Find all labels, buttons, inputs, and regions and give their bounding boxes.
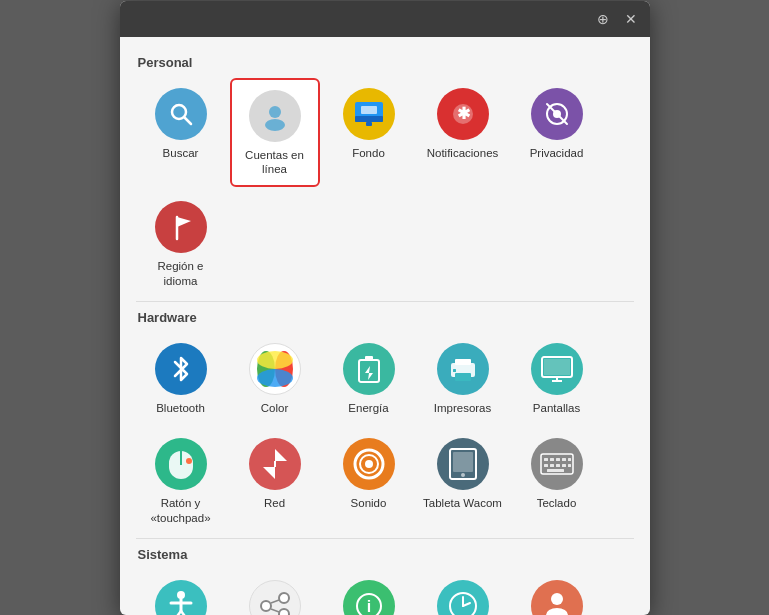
svg-line-70	[463, 603, 470, 606]
section-grid-sistema: Acceso universalCompartiriDetallesFecha …	[136, 570, 634, 614]
svg-marker-36	[263, 467, 275, 479]
grid-item-tableta[interactable]: Tableta Wacom	[418, 428, 508, 534]
detalles-icon: i	[343, 580, 395, 614]
svg-line-65	[271, 609, 279, 612]
svg-rect-25	[455, 373, 471, 381]
grid-item-sonido[interactable]: Sonido	[324, 428, 414, 534]
grid-item-compartir[interactable]: Compartir	[230, 570, 320, 614]
svg-point-40	[365, 460, 373, 468]
svg-rect-21	[365, 356, 373, 361]
grid-item-label-color: Color	[261, 401, 288, 416]
target-button[interactable]: ⊕	[592, 8, 614, 30]
svg-rect-26	[453, 369, 456, 372]
notif-icon: ✱	[437, 88, 489, 140]
grid-item-detalles[interactable]: iDetalles	[324, 570, 414, 614]
red-icon	[249, 438, 301, 490]
grid-item-raton[interactable]: Ratón y «touchpad»	[136, 428, 226, 534]
section-divider-sistema	[136, 538, 634, 539]
search-icon	[155, 88, 207, 140]
grid-item-pantallas[interactable]: Pantallas	[512, 333, 602, 424]
svg-rect-51	[550, 464, 554, 467]
svg-point-63	[279, 609, 289, 614]
svg-marker-22	[365, 366, 373, 380]
svg-rect-50	[544, 464, 548, 467]
grid-item-label-raton: Ratón y «touchpad»	[140, 496, 222, 526]
svg-point-3	[265, 119, 285, 131]
grid-item-color[interactable]: Color	[230, 333, 320, 424]
grid-item-acceso[interactable]: Acceso universal	[136, 570, 226, 614]
grid-item-notificaciones[interactable]: ✱Notificaciones	[418, 78, 508, 188]
usuarios-icon	[531, 580, 583, 614]
grid-item-label-buscar: Buscar	[163, 146, 199, 161]
grid-item-label-pantallas: Pantallas	[533, 401, 580, 416]
svg-text:✱: ✱	[456, 105, 470, 122]
svg-rect-28	[544, 359, 570, 375]
grid-item-red[interactable]: Red	[230, 428, 320, 534]
section-divider-hardware	[136, 301, 634, 302]
grid-item-label-energia: Energía	[348, 401, 388, 416]
grid-item-buscar[interactable]: Buscar	[136, 78, 226, 188]
grid-item-bluetooth[interactable]: Bluetooth	[136, 333, 226, 424]
svg-point-43	[461, 473, 465, 477]
accounts-icon	[249, 90, 301, 142]
svg-point-72	[546, 608, 568, 614]
grid-item-label-teclado: Teclado	[537, 496, 577, 511]
section-title-sistema: Sistema	[138, 547, 634, 562]
svg-point-2	[269, 106, 281, 118]
acceso-icon	[155, 580, 207, 614]
svg-line-60	[181, 611, 187, 614]
settings-window: ⊕ ✕ PersonalBuscarCuentas en líneaFondo✱…	[120, 1, 650, 615]
grid-item-region[interactable]: Región e idioma	[136, 191, 226, 297]
pantallas-icon	[531, 343, 583, 395]
privacy-icon	[531, 88, 583, 140]
grid-item-label-tableta: Tableta Wacom	[423, 496, 502, 511]
tableta-icon	[437, 438, 489, 490]
grid-item-privacidad[interactable]: Privacidad	[512, 78, 602, 188]
svg-rect-18	[257, 351, 293, 369]
svg-rect-46	[550, 458, 554, 461]
grid-item-label-cuentas: Cuentas en línea	[236, 148, 314, 178]
grid-item-fecha[interactable]: Fecha y hora	[418, 570, 508, 614]
svg-line-1	[184, 117, 191, 124]
impresoras-icon	[437, 343, 489, 395]
svg-rect-42	[453, 452, 473, 472]
section-title-personal: Personal	[138, 55, 634, 70]
svg-text:i: i	[366, 598, 370, 614]
grid-item-energia[interactable]: Energía	[324, 333, 414, 424]
sonido-icon	[343, 438, 395, 490]
svg-rect-45	[544, 458, 548, 461]
grid-item-label-privacidad: Privacidad	[530, 146, 584, 161]
compartir-icon	[249, 580, 301, 614]
raton-icon	[155, 438, 207, 490]
region-icon	[155, 201, 207, 253]
grid-item-label-red: Red	[264, 496, 285, 511]
svg-point-71	[551, 593, 563, 605]
svg-rect-6	[361, 106, 377, 114]
svg-rect-52	[556, 464, 560, 467]
bluetooth-icon	[155, 343, 207, 395]
svg-rect-47	[556, 458, 560, 461]
svg-marker-35	[275, 449, 287, 461]
grid-item-label-notificaciones: Notificaciones	[427, 146, 499, 161]
titlebar-controls: ⊕ ✕	[592, 8, 642, 30]
grid-item-label-fondo: Fondo	[352, 146, 385, 161]
grid-item-label-sonido: Sonido	[351, 496, 387, 511]
grid-item-impresoras[interactable]: Impresoras	[418, 333, 508, 424]
energia-icon	[343, 343, 395, 395]
svg-rect-48	[562, 458, 566, 461]
section-title-hardware: Hardware	[138, 310, 634, 325]
close-button[interactable]: ✕	[620, 8, 642, 30]
svg-rect-24	[455, 359, 471, 365]
svg-rect-5	[355, 116, 383, 122]
svg-rect-7	[366, 122, 372, 126]
svg-rect-49	[568, 458, 571, 461]
fecha-icon	[437, 580, 489, 614]
grid-item-label-region: Región e idioma	[140, 259, 222, 289]
grid-item-teclado[interactable]: Teclado	[512, 428, 602, 534]
main-content: PersonalBuscarCuentas en líneaFondo✱Noti…	[120, 37, 650, 615]
svg-point-61	[261, 601, 271, 611]
grid-item-usuarios[interactable]: Usuarios	[512, 570, 602, 614]
grid-item-fondo[interactable]: Fondo	[324, 78, 414, 188]
grid-item-cuentas[interactable]: Cuentas en línea	[230, 78, 320, 188]
section-grid-hardware: BluetoothColorEnergíaImpresorasPantallas…	[136, 333, 634, 534]
